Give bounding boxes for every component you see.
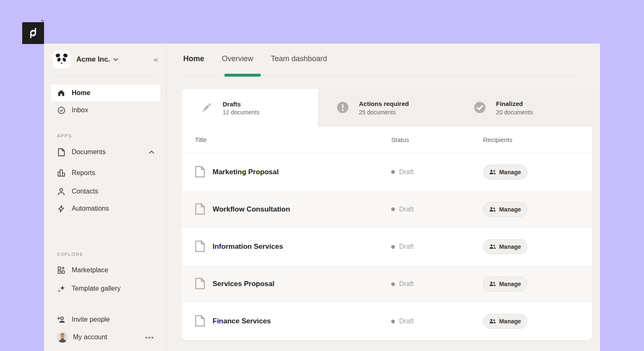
documents-icon	[57, 148, 65, 156]
manage-label: Manage	[499, 281, 521, 287]
table-row[interactable]: Marketing Proposal Draft Manage	[182, 153, 592, 191]
summary-tab-finalized[interactable]: Finalized 20 documents	[455, 89, 592, 126]
inbox-icon	[57, 106, 65, 114]
status-dot	[391, 320, 395, 323]
document-icon	[195, 203, 206, 216]
invite-people-icon	[57, 315, 65, 324]
status-dot	[391, 245, 395, 249]
table-header: Title Status Recipients	[182, 126, 592, 153]
pencil-icon	[199, 101, 213, 115]
status-cell: Draft	[391, 206, 483, 213]
sidebar: Acme Inc. « Home Inbox APPS Docum	[44, 44, 166, 351]
sidebar-item-template-gallery[interactable]: Template gallery	[51, 280, 160, 297]
section-header-explore: EXPLORE	[57, 252, 83, 257]
tab-team-dashboard[interactable]: Team dashboard	[271, 54, 327, 63]
people-icon	[489, 244, 496, 249]
active-tab-indicator	[224, 74, 261, 77]
document-title: Finance Services	[213, 317, 271, 325]
exclamation-circle-icon	[335, 101, 350, 115]
sidebar-item-label: Contacts	[72, 188, 98, 195]
sidebar-collapse-icon[interactable]: «	[153, 55, 159, 64]
summary-tab-actions-required[interactable]: Actions required 25 documents	[318, 89, 455, 126]
column-header-title: Title	[195, 136, 391, 143]
summary-tab-drafts[interactable]: Drafts 12 documents	[182, 89, 318, 126]
sidebar-item-label: Marketplace	[72, 266, 108, 274]
summary-tab-label: Actions required	[359, 99, 409, 109]
sidebar-item-my-account[interactable]: My account •••	[51, 329, 160, 346]
document-title: Workflow Consultation	[213, 205, 290, 214]
sidebar-item-reports[interactable]: Reports	[51, 165, 160, 181]
column-header-recipients: Recipients	[483, 136, 592, 143]
sidebar-item-invite-people[interactable]: Invite people	[51, 311, 160, 328]
tab-overview[interactable]: Overview	[222, 54, 253, 63]
table-body: Marketing Proposal Draft Manage Workflow…	[182, 153, 592, 340]
summary-tab-label: Drafts	[223, 100, 260, 109]
pandadoc-logo	[22, 22, 44, 44]
app-window: Acme Inc. « Home Inbox APPS Docum	[44, 44, 600, 351]
user-avatar	[57, 332, 68, 343]
manage-label: Manage	[499, 318, 521, 325]
column-header-status: Status	[391, 136, 483, 143]
automations-icon	[57, 204, 65, 213]
sidebar-item-marketplace[interactable]: Marketplace	[51, 262, 160, 279]
status-label: Draft	[399, 280, 414, 288]
document-icon	[195, 315, 206, 328]
table-row[interactable]: Information Services Draft Manage	[182, 228, 592, 265]
pd-logo-icon	[26, 26, 41, 41]
sidebar-item-label: Home	[72, 89, 90, 97]
sidebar-item-documents[interactable]: Documents	[51, 144, 160, 160]
summary-tab-label: Finalized	[496, 99, 533, 109]
sidebar-item-label: My account	[73, 333, 107, 341]
workspace-switcher[interactable]: Acme Inc. «	[52, 50, 159, 69]
summary-tab-strip: Drafts 12 documents Actions required 25 …	[182, 89, 592, 126]
manage-label: Manage	[499, 243, 521, 250]
status-dot	[391, 170, 395, 174]
status-label: Draft	[399, 168, 414, 176]
ellipsis-icon[interactable]: •••	[145, 334, 154, 341]
contacts-icon	[57, 187, 65, 196]
manage-button[interactable]: Manage	[483, 165, 527, 180]
manage-button[interactable]: Manage	[483, 239, 527, 254]
sidebar-item-home[interactable]: Home	[51, 85, 160, 101]
document-title: Marketing Proposal	[213, 168, 279, 176]
document-icon	[195, 278, 206, 290]
table-row[interactable]: Services Proposal Draft Manage	[182, 266, 592, 303]
page-tabs: Home Overview Team dashboard	[183, 54, 327, 63]
manage-button[interactable]: Manage	[483, 202, 527, 217]
section-header-apps: APPS	[57, 133, 72, 138]
sidebar-item-label: Automations	[72, 205, 109, 212]
sidebar-item-inbox[interactable]: Inbox	[51, 102, 160, 119]
status-cell: Draft	[391, 280, 483, 288]
document-title: Information Services	[213, 243, 283, 251]
documents-card: Drafts 12 documents Actions required 25 …	[182, 89, 592, 340]
sidebar-item-label: Reports	[72, 169, 95, 177]
manage-button[interactable]: Manage	[483, 314, 527, 329]
template-gallery-icon	[57, 284, 65, 293]
table-row[interactable]: Finance Services Draft Manage	[182, 303, 592, 340]
status-dot	[391, 207, 395, 211]
summary-tab-count: 25 documents	[359, 109, 409, 116]
reports-icon	[57, 169, 65, 177]
manage-label: Manage	[499, 169, 521, 176]
people-icon	[489, 207, 496, 212]
sidebar-item-label: Invite people	[72, 316, 110, 323]
check-circle-icon	[473, 101, 487, 115]
chevron-up-icon[interactable]	[149, 150, 154, 154]
sidebar-divider	[52, 75, 156, 76]
people-icon	[489, 170, 496, 175]
sidebar-item-contacts[interactable]: Contacts	[51, 183, 160, 200]
manage-button[interactable]: Manage	[483, 276, 527, 292]
summary-tab-count: 12 documents	[223, 109, 260, 116]
document-icon	[195, 240, 206, 253]
status-label: Draft	[399, 317, 414, 325]
table-row[interactable]: Workflow Consultation Draft Manage	[182, 191, 592, 228]
workspace-avatar	[52, 50, 71, 69]
tab-home[interactable]: Home	[183, 54, 204, 63]
chevron-down-icon	[113, 58, 118, 61]
sidebar-item-label: Documents	[72, 148, 106, 156]
sidebar-item-automations[interactable]: Automations	[51, 200, 160, 217]
document-title: Services Proposal	[213, 280, 274, 288]
summary-tab-count: 20 documents	[496, 109, 533, 116]
manage-label: Manage	[499, 206, 521, 213]
home-icon	[57, 89, 65, 97]
